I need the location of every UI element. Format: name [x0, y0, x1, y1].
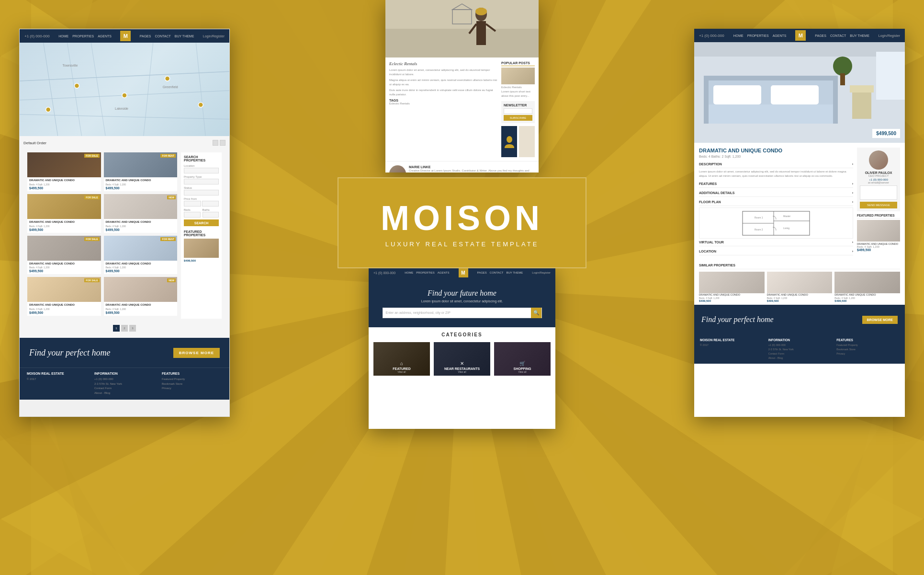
blog-text-3: Duis aute irure dolor in reprehenderit i…: [389, 88, 497, 97]
rp-footer: MOISON REAL ESTATE © 2017 INFORMATION +1…: [694, 334, 905, 364]
property-card[interactable]: FOR SALE DRAMATIC AND UNIQUE CONDO Beds:…: [27, 277, 101, 316]
location-section[interactable]: LOCATION: [699, 248, 853, 255]
rnav-buy[interactable]: BUY THEME: [850, 34, 869, 37]
property-image: FOR SALE: [27, 236, 101, 261]
page-1[interactable]: 1: [113, 325, 120, 332]
additional-section[interactable]: ADDITIONAL DETAILS: [699, 189, 853, 197]
property-card[interactable]: FOR SALE DRAMATIC AND UNIQUE CONDO Beds:…: [27, 194, 101, 233]
list-view-icon[interactable]: [220, 140, 225, 146]
similar-title: SIMILAR PROPERTIES: [699, 262, 900, 269]
property-card[interactable]: FOR SALE DRAMATIC AND UNIQUE CONDO Beds:…: [27, 152, 101, 191]
props-order[interactable]: Default Order: [23, 141, 46, 145]
props-header: Default Order: [23, 140, 225, 146]
cb-phone: +1 (0) 000-000: [373, 271, 395, 275]
property-title: DRAMATIC AND UNIQUE CONDO: [699, 148, 853, 153]
cb-nav-agents[interactable]: AGENTS: [438, 271, 450, 274]
left-register[interactable]: Login/Register: [203, 34, 225, 38]
virtual-tour-section[interactable]: VIRTUAL TOUR: [699, 239, 853, 246]
cb-nav-home[interactable]: HOME: [405, 271, 413, 274]
price-to-input[interactable]: [202, 201, 219, 207]
nav-buy[interactable]: BUY THEME: [175, 34, 194, 38]
cb-nav-properties[interactable]: PROPERTIES: [416, 271, 435, 274]
rnav-home[interactable]: HOME: [733, 34, 744, 37]
rp-footer-col-1-title: MOISON REAL ESTATE: [700, 338, 763, 342]
search-button[interactable]: SEARCH: [184, 219, 219, 226]
category-featured[interactable]: ⌂ FEATURED View all: [373, 342, 430, 376]
rp-cta-button[interactable]: BROWSE MORE: [862, 316, 898, 324]
message-input[interactable]: [860, 185, 897, 200]
svg-text:Townsville: Townsville: [63, 64, 78, 67]
rnav-contact[interactable]: CONTACT: [830, 34, 846, 37]
rnav-properties[interactable]: PROPERTIES: [747, 34, 769, 37]
grid-view-icon[interactable]: [213, 140, 218, 146]
send-message-btn[interactable]: SEND MESSAGE: [860, 202, 897, 208]
left-panel: +1 (0) 000-000 HOME PROPERTIES AGENTS M …: [19, 29, 230, 417]
cb-search-placeholder: Enter an address, neighborhood, city or …: [383, 311, 453, 314]
similar-prop-1[interactable]: Dramatic and Unique Condo Beds: 4 Sqft: …: [699, 272, 765, 302]
cb-hero-title: Find your future home: [428, 289, 496, 298]
right-register[interactable]: Login/Register: [879, 34, 900, 37]
description-section[interactable]: DESCRIPTION: [699, 161, 853, 168]
property-type-input[interactable]: [184, 179, 219, 184]
prop-name: DRAMATIC AND UNIQUE CONDO: [29, 303, 99, 307]
price-from-input[interactable]: [184, 201, 201, 207]
right-logo[interactable]: M: [795, 30, 806, 41]
similar-prop-2[interactable]: Dramatic and Unique Condo Beds: 4 Sqft: …: [767, 272, 833, 302]
fork-icon: ✕: [434, 361, 490, 366]
prop-details: Beds: 4 Sqft: 1,200: [29, 225, 99, 228]
category-restaurants[interactable]: ✕ NEAR RESTAURANTS View all: [434, 342, 490, 376]
cb-register[interactable]: Login/Register: [532, 271, 551, 274]
newsletter-box: NEWSLETTER SUBSCRIBE: [501, 101, 535, 123]
similar-prop-name-1: Dramatic and Unique Condo: [699, 293, 765, 297]
nav-agents[interactable]: AGENTS: [98, 34, 112, 38]
similar-prop-3[interactable]: Dramatic and Unique Condo Beds: 4 Sqft: …: [834, 272, 900, 302]
property-card[interactable]: NEW DRAMATIC AND UNIQUE CONDO Beds: 4 Sq…: [104, 194, 178, 233]
page-2[interactable]: 2: [121, 325, 128, 332]
category-shopping[interactable]: 🛒 SHOPPING View all: [494, 342, 551, 376]
svg-text:Room 2: Room 2: [755, 228, 763, 231]
property-card[interactable]: NEW DRAMATIC AND UNIQUE CONDO Beds: 4 Sq…: [104, 277, 178, 316]
beds-input[interactable]: [184, 212, 201, 218]
svg-rect-46: [476, 21, 486, 45]
svg-rect-57: [771, 85, 819, 104]
property-card[interactable]: FOR RENT DRAMATIC AND UNIQUE CONDO Beds:…: [104, 236, 178, 275]
bedroom-svg: [694, 42, 905, 143]
prop-name: DRAMATIC AND UNIQUE CONDO: [106, 220, 176, 224]
cta-button[interactable]: BROWSE MORE: [173, 348, 220, 358]
rp-footer-col-3: FEATURES Featured PropertyBookmark Store…: [836, 338, 899, 360]
features-section[interactable]: FEATURES: [699, 180, 853, 188]
rnav-agents[interactable]: AGENTS: [773, 34, 787, 37]
nav-properties[interactable]: PROPERTIES: [72, 34, 94, 38]
right-nav-links-2: PAGES CONTACT BUY THEME: [815, 34, 869, 37]
cta-text: Find your perfect home: [29, 348, 110, 358]
prop-details: Beds: 4 Sqft: 1,200: [106, 183, 176, 186]
nav-pages[interactable]: PAGES: [140, 34, 151, 38]
cb-logo[interactable]: M: [459, 268, 468, 277]
search-icon[interactable]: 🔍: [531, 308, 541, 318]
cb-nav-contact[interactable]: CONTACT: [490, 271, 504, 274]
cb-nav-pages[interactable]: PAGES: [477, 271, 487, 274]
property-card[interactable]: FOR SALE DRAMATIC AND UNIQUE CONDO Beds:…: [27, 236, 101, 275]
cb-search-bar[interactable]: Enter an address, neighborhood, city or …: [383, 308, 542, 318]
svg-rect-58: [709, 104, 833, 124]
nav-contact[interactable]: CONTACT: [155, 34, 170, 38]
property-card[interactable]: FOR RENT DRAMATIC AND UNIQUE CONDO Beds:…: [104, 152, 178, 191]
cat-sub-3: View all: [494, 370, 551, 373]
sidebar-post-title: Eclectic Rentals: [501, 86, 535, 89]
baths-input[interactable]: [203, 212, 219, 218]
floor-plan-section[interactable]: FLOOR PLAN: [699, 198, 853, 206]
status-input[interactable]: [184, 190, 219, 196]
newsletter-email-input[interactable]: [504, 108, 532, 114]
rnav-pages[interactable]: PAGES: [815, 34, 826, 37]
floor-plan-diagram: Room 1 Room 2 Master Living: [699, 207, 853, 239]
prop-badge: FOR SALE: [84, 196, 99, 199]
page-3[interactable]: 3: [129, 325, 136, 332]
location-input[interactable]: [184, 168, 219, 173]
nav-home[interactable]: HOME: [58, 34, 68, 38]
cb-nav-buy[interactable]: BUY THEME: [506, 271, 523, 274]
prop-name: DRAMATIC AND UNIQUE CONDO: [29, 179, 99, 183]
cb-hero-subtitle: Lorem ipsum dolor sit amet, consectetur …: [421, 299, 503, 303]
newsletter-subscribe-btn[interactable]: SUBSCRIBE: [504, 115, 532, 121]
property-image: FOR SALE: [27, 277, 101, 302]
left-logo[interactable]: M: [120, 31, 131, 41]
